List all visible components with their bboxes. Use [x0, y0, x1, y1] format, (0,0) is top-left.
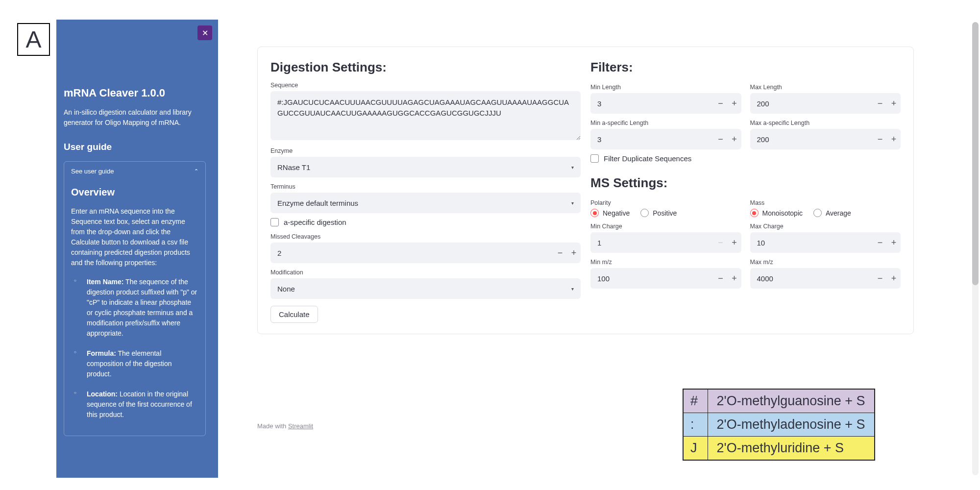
- scrollbar-thumb[interactable]: [972, 22, 979, 285]
- max-charge-stepper[interactable]: 10 − +: [750, 232, 901, 253]
- max-length-value: 200: [750, 99, 874, 108]
- aspecific-label: a-specific digestion: [284, 218, 346, 226]
- userguide-expander-toggle[interactable]: See user guide ⌃: [71, 168, 198, 175]
- min-length-label: Min Length: [590, 84, 741, 91]
- enzyme-select[interactable]: RNase T1 ▾: [270, 157, 581, 177]
- legend-symbol: :: [683, 413, 708, 437]
- footer-text: Made with: [257, 422, 288, 430]
- polarity-negative-radio[interactable]: Negative: [590, 209, 630, 217]
- chevron-down-icon: ▾: [571, 165, 574, 170]
- list-item: Item Name: The sequence of the digestion…: [74, 277, 198, 339]
- polarity-label: Polarity: [590, 199, 741, 206]
- filter-duplicates-label: Filter Duplicate Sequences: [604, 154, 691, 163]
- userguide-body: Overview Enter an mRNA sequence into the…: [71, 185, 198, 420]
- max-aspecific-stepper[interactable]: 200 − +: [750, 129, 901, 149]
- ms-heading: MS Settings:: [590, 175, 901, 191]
- item-term: Item Name:: [87, 278, 123, 286]
- table-row: #2'O-methylguanosine + S: [683, 389, 875, 413]
- polarity-positive-radio[interactable]: Positive: [640, 209, 677, 217]
- panel-letter: A: [17, 23, 50, 56]
- plus-icon[interactable]: +: [728, 273, 741, 284]
- top-whitespace: [0, 0, 980, 20]
- minus-icon: −: [714, 238, 728, 248]
- digestion-column: Digestion Settings: Sequence Enzyme RNas…: [270, 60, 581, 323]
- expander-label: See user guide: [71, 168, 114, 175]
- terminus-select[interactable]: Enzyme default terminus ▾: [270, 193, 581, 213]
- minus-icon[interactable]: −: [873, 273, 887, 284]
- min-charge-label: Min Charge: [590, 223, 741, 230]
- min-length-value: 3: [590, 99, 714, 108]
- plus-icon[interactable]: +: [887, 134, 901, 145]
- list-item: Location: Location in the original seque…: [74, 389, 198, 420]
- overview-heading: Overview: [71, 185, 198, 199]
- radio-dot-icon: [590, 209, 599, 217]
- plus-icon[interactable]: +: [887, 98, 901, 109]
- min-mz-stepper[interactable]: 100 − +: [590, 268, 741, 289]
- digestion-heading: Digestion Settings:: [270, 60, 581, 75]
- overview-list: Item Name: The sequence of the digestion…: [71, 277, 198, 420]
- max-length-stepper[interactable]: 200 − +: [750, 93, 901, 114]
- min-charge-value: 1: [590, 239, 714, 247]
- max-mz-stepper[interactable]: 4000 − +: [750, 268, 901, 289]
- max-aspecific-label: Max a-specific Length: [750, 120, 901, 126]
- plus-icon[interactable]: +: [567, 248, 581, 258]
- min-charge-stepper[interactable]: 1 − +: [590, 232, 741, 253]
- aspecific-checkbox[interactable]: [270, 218, 279, 226]
- plus-icon[interactable]: +: [728, 238, 741, 248]
- item-term: Formula:: [87, 349, 116, 357]
- minus-icon[interactable]: −: [553, 248, 567, 258]
- enzyme-label: Enzyme: [270, 147, 581, 154]
- mass-avg-radio[interactable]: Average: [813, 209, 851, 217]
- userguide-expander: See user guide ⌃ Overview Enter an mRNA …: [64, 161, 206, 436]
- userguide-heading: User guide: [64, 142, 206, 152]
- legend-text: 2'O-methyladenosine + S: [708, 413, 875, 437]
- settings-card: Digestion Settings: Sequence Enzyme RNas…: [257, 47, 914, 334]
- radio-dot-icon: [640, 209, 649, 217]
- mass-mono-radio[interactable]: Monoisotopic: [750, 209, 803, 217]
- terminus-value: Enzyme default terminus: [277, 199, 358, 207]
- min-length-stepper[interactable]: 3 − +: [590, 93, 741, 114]
- minus-icon[interactable]: −: [873, 134, 887, 145]
- minus-icon[interactable]: −: [873, 98, 887, 109]
- scrollbar-track[interactable]: [972, 22, 979, 475]
- app-subtitle: An in-silico digestion calculator and li…: [64, 107, 206, 128]
- legend-symbol: #: [683, 389, 708, 413]
- sequence-input[interactable]: [270, 91, 581, 140]
- min-mz-value: 100: [590, 274, 714, 283]
- item-term: Location:: [87, 390, 118, 398]
- app-title: mRNA Cleaver 1.0.0: [64, 87, 206, 99]
- modification-select[interactable]: None ▾: [270, 278, 581, 299]
- filters-ms-column: Filters: Min Length 3 − + Max Length 200…: [590, 60, 901, 323]
- legend-symbol: J: [683, 437, 708, 461]
- max-aspecific-value: 200: [750, 135, 874, 144]
- max-charge-value: 10: [750, 239, 874, 247]
- minus-icon[interactable]: −: [714, 134, 728, 145]
- max-mz-label: Max m/z: [750, 259, 901, 266]
- enzyme-value: RNase T1: [277, 163, 310, 172]
- minus-icon[interactable]: −: [714, 98, 728, 109]
- list-item: Formula: The elemental composition of th…: [74, 348, 198, 379]
- legend-text: 2'O-methyluridine + S: [708, 437, 875, 461]
- missed-stepper[interactable]: 2 − +: [270, 243, 581, 263]
- plus-icon[interactable]: +: [887, 238, 901, 248]
- overview-intro: Enter an mRNA sequence into the Sequence…: [71, 206, 198, 268]
- minus-icon[interactable]: −: [714, 273, 728, 284]
- mass-avg-label: Average: [826, 209, 851, 217]
- minus-icon[interactable]: −: [873, 238, 887, 248]
- calculate-button[interactable]: Calculate: [270, 306, 318, 323]
- sidebar-close-button[interactable]: ✕: [197, 25, 212, 40]
- plus-icon[interactable]: +: [728, 98, 741, 109]
- plus-icon[interactable]: +: [728, 134, 741, 145]
- legend-text: 2'O-methylguanosine + S: [708, 389, 875, 413]
- mass-label: Mass: [750, 199, 901, 206]
- streamlit-link[interactable]: Streamlit: [288, 422, 313, 430]
- filter-duplicates-checkbox[interactable]: [590, 154, 599, 163]
- mass-mono-label: Monoisotopic: [762, 209, 803, 217]
- table-row: :2'O-methyladenosine + S: [683, 413, 875, 437]
- min-aspecific-value: 3: [590, 135, 714, 144]
- max-length-label: Max Length: [750, 84, 901, 91]
- legend-table: #2'O-methylguanosine + S :2'O-methyladen…: [683, 389, 875, 461]
- plus-icon[interactable]: +: [887, 273, 901, 284]
- min-aspecific-stepper[interactable]: 3 − +: [590, 129, 741, 149]
- table-row: J2'O-methyluridine + S: [683, 437, 875, 461]
